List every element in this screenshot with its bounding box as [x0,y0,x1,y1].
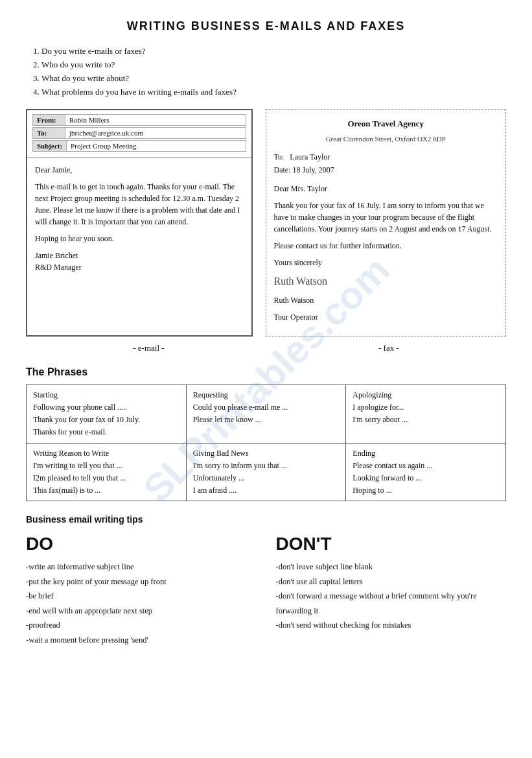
phrases-title: The Phrases [26,366,506,378]
dont-item-2: -don't use all capital letters [276,574,507,589]
phrases-bad-news-cell: Giving Bad News I'm sorry to inform you … [186,443,346,501]
email-greeting: Dear Jamie, [35,164,244,176]
email-para1: This e-mail is to get in touch again. Th… [35,181,244,228]
labels-row: - e-mail - - fax - [26,343,506,353]
tips-columns: DO -write an informative subject line -p… [26,534,506,647]
phrases-apologizing-cell: Apologizing I apologize for... I'm sorry… [346,385,506,443]
phrases-starting-header: Starting [33,389,179,401]
fax-para2: Please contact us for further informatio… [274,240,498,252]
email-from-value: Robin Millers [65,115,246,125]
phrases-apologizing-item-2: I'm sorry about ... [353,414,499,426]
questions-section: Do you write e-mails or faxes? Who do yo… [26,46,506,97]
phrases-apologizing-header: Apologizing [353,389,499,401]
email-to-value: jbrichet@aregtice.uk.com [65,128,246,138]
dont-item-3: -don't forward a message without a brief… [276,589,507,618]
tips-dont-col: DON'T -don't leave subject line blank -d… [276,534,507,647]
tips-do-col: DO -write an informative subject line -p… [26,534,257,647]
phrases-writing-reason-cell: Writing Reason to Write I'm writing to t… [27,443,187,501]
email-signature: Jamie Brichet R&D Manager [35,250,244,273]
phrases-writing-reason-item-2: I2m pleased to tell you that ... [33,472,179,484]
phrases-ending-item-2: Looking forward to ... [353,472,499,484]
phrases-bad-news-item-1: I'm sorry to inform you that ... [193,460,340,472]
email-to-row: To: jbrichet@aregtice.uk.com [32,127,246,139]
fax-signature-title: Tour Operator [274,311,498,323]
do-item-1: -write an informative subject line [26,560,257,574]
phrases-bad-news-header: Giving Bad News [193,447,340,460]
email-header: From: Robin Millers To: jbrichet@aregtic… [27,110,251,158]
do-item-3: -be brief [26,589,257,604]
phrases-ending-item-1: Please contact us again ... [353,460,499,472]
fax-box: Oreon Travel Agency Great Clarendon Stre… [266,109,507,337]
fax-address: Great Clarendon Street, Oxford OX2 6DP [274,134,498,145]
email-subject-label: Subject: [33,141,67,151]
email-box: From: Robin Millers To: jbrichet@aregtic… [26,109,253,337]
do-item-6: -wait a moment before pressing 'send' [26,633,257,648]
email-label: - e-mail - [133,343,164,353]
phrases-writing-reason-item-1: I'm writing to tell you that ... [33,460,179,472]
phrases-starting-item-1: Following your phone call ..... [33,401,179,414]
fax-signature-name: Ruth Watson [274,294,498,306]
phrases-row-1: Starting Following your phone call .....… [27,385,506,443]
phrases-apologizing-item-1: I apologize for... [353,401,499,414]
tips-title: Business email writing tips [26,514,506,525]
tips-do-list: -write an informative subject line -put … [26,560,257,647]
do-item-4: -end well with an appropriate next step [26,604,257,619]
phrases-requesting-cell: Requesting Could you please e-mail me ..… [186,385,346,443]
email-subject-value: Project Group Meeting [67,141,245,151]
phrases-row-2: Writing Reason to Write I'm writing to t… [27,443,506,501]
phrases-requesting-item-2: Please let me know ... [193,414,340,426]
email-body: Dear Jamie, This e-mail is to get in tou… [27,158,251,285]
dont-item-4: -don't send without checking for mistake… [276,618,507,633]
dont-item-1: -don't leave subject line blank [276,560,507,574]
phrases-requesting-item-1: Could you please e-mail me ... [193,401,340,414]
phrases-writing-reason-item-3: This fax(mail) is to ... [33,484,179,497]
phrases-table: Starting Following your phone call .....… [26,385,506,502]
tips-dont-list: -don't leave subject line blank -don't u… [276,560,507,633]
phrases-writing-reason-header: Writing Reason to Write [33,447,179,460]
fax-body: Dear Mrs. Taylor Thank you for your fax … [274,183,498,323]
fax-para1: Thank you for your fax of 16 July. I am … [274,200,498,235]
email-para2: Hoping to hear you soon. [35,233,244,244]
question-4: What problems do you have in writing e-m… [41,87,506,97]
tips-do-heading: DO [26,534,257,554]
email-to-label: To: [33,128,65,138]
phrases-bad-news-item-2: Unfortunately ... [193,472,340,484]
page-title: WRITING BUSINESS E-MAILS AND FAXES [26,19,506,33]
phrases-starting-cell: Starting Following your phone call .....… [27,385,187,443]
phrases-bad-news-item-3: I am afraid .... [193,484,340,497]
email-from-row: From: Robin Millers [32,114,246,126]
do-item-5: -proofread [26,618,257,633]
email-from-label: From: [33,115,65,125]
phrases-ending-item-3: Hoping to ... [353,484,499,497]
fax-agency-name: Oreon Travel Agency [274,117,498,131]
question-1: Do you write e-mails or faxes? [41,46,506,56]
fax-greeting: Dear Mrs. Taylor [274,183,498,195]
fax-signature-cursive: Ruth Watson [274,274,498,289]
fax-to: To: Laura Taylor [274,151,498,163]
phrases-requesting-header: Requesting [193,389,340,401]
tips-dont-heading: DON'T [276,534,507,554]
do-item-2: -put the key point of your message up fr… [26,574,257,589]
email-subject-row: Subject: Project Group Meeting [32,140,246,152]
phrases-starting-item-3: Thanks for your e-mail. [33,426,179,438]
fax-date: Date: 18 July, 2007 [274,164,498,176]
question-2: Who do you write to? [41,60,506,70]
top-section: From: Robin Millers To: jbrichet@aregtic… [26,109,506,337]
question-3: What do you write about? [41,73,506,84]
phrases-ending-header: Ending [353,447,499,460]
fax-label: - fax - [378,343,399,353]
phrases-starting-item-2: Thank you for your fax of 10 July. [33,414,179,426]
fax-closing: Yours sincerely [274,257,498,268]
fax-to-date: To: Laura Taylor Date: 18 July, 2007 [274,151,498,176]
phrases-ending-cell: Ending Please contact us again ... Looki… [346,443,506,501]
